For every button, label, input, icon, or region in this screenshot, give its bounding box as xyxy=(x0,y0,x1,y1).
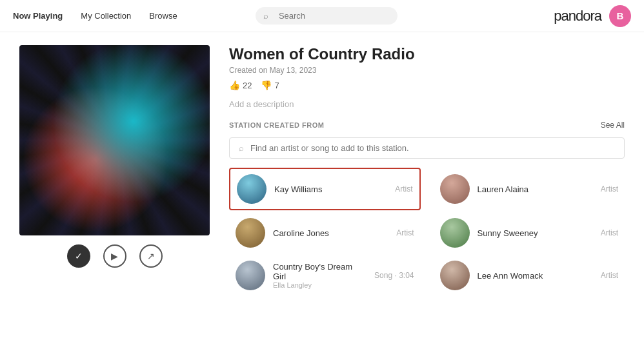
album-art-image xyxy=(19,45,210,235)
thumbs-up-icon: 👍 xyxy=(229,80,240,90)
artist-type-caroline: Artist xyxy=(396,228,414,237)
artist-avatar-leeann xyxy=(440,261,470,290)
pandora-logo: pandora xyxy=(554,8,601,25)
artist-sub-country: Ella Langley xyxy=(273,281,367,289)
artist-name-leeann: Lee Ann Womack xyxy=(478,271,593,281)
artist-row-kay[interactable]: Kay WilliamsArtist xyxy=(229,168,421,210)
thumbs-up-count: 👍 22 xyxy=(229,80,252,90)
nav-right: pandora B xyxy=(554,5,631,27)
main-content: ✓ ▶ ↗ Women of Country Radio Created on … xyxy=(0,32,644,308)
artist-name-lauren: Lauren Alaina xyxy=(478,184,593,194)
section-header: STATION CREATED FROM See All xyxy=(229,121,625,130)
artist-row-country[interactable]: Country Boy's Dream GirlElla LangleySong… xyxy=(229,255,421,295)
user-avatar[interactable]: B xyxy=(609,5,631,27)
artist-avatar-caroline xyxy=(236,218,265,248)
artist-name-kay: Kay Williams xyxy=(274,184,387,194)
station-search-icon: ⌕ xyxy=(239,143,244,153)
artist-type-sunny: Artist xyxy=(601,228,618,237)
artist-type-country: Song · 3:04 xyxy=(374,271,414,280)
artist-row-caroline[interactable]: Caroline JonesArtist xyxy=(229,213,421,253)
artist-name-sunny: Sunny Sweeney xyxy=(478,228,593,238)
artist-type-kay: Artist xyxy=(395,184,412,194)
artist-row-lauren[interactable]: Lauren AlainaArtist xyxy=(434,168,625,210)
artist-row-sunny[interactable]: Sunny SweeneyArtist xyxy=(434,213,625,253)
playback-controls: ✓ ▶ ↗ xyxy=(19,244,210,268)
artists-grid: Kay WilliamsArtistLauren AlainaArtistCar… xyxy=(229,168,625,295)
artist-type-lauren: Artist xyxy=(601,184,618,194)
thumbs-up-number: 22 xyxy=(243,81,252,90)
thumbs-row: 👍 22 👎 7 xyxy=(229,80,625,90)
station-created-date: Created on May 13, 2023 xyxy=(229,66,625,75)
nav-search-icon: ⌕ xyxy=(263,11,268,21)
artist-info-country: Country Boy's Dream GirlElla Langley xyxy=(273,262,367,289)
thumbs-up-button[interactable]: ✓ xyxy=(67,244,90,268)
thumbs-down-count: 👎 7 xyxy=(261,80,279,90)
artist-type-leeann: Artist xyxy=(601,271,618,280)
share-button[interactable]: ↗ xyxy=(139,244,163,268)
nav-now-playing[interactable]: Now Playing xyxy=(13,11,63,21)
thumbs-down-number: 7 xyxy=(274,81,279,90)
navigation: Now Playing My Collection Browse ⌕ pando… xyxy=(0,0,644,32)
nav-browse[interactable]: Browse xyxy=(149,11,177,21)
add-description[interactable]: Add a description xyxy=(229,99,625,109)
artist-row-leeann[interactable]: Lee Ann WomackArtist xyxy=(434,255,625,295)
section-label: STATION CREATED FROM xyxy=(229,121,325,129)
nav-my-collection[interactable]: My Collection xyxy=(81,11,131,21)
see-all-button[interactable]: See All xyxy=(601,121,625,130)
artist-info-kay: Kay Williams xyxy=(274,184,387,194)
station-search-container: ⌕ xyxy=(229,137,625,159)
artist-info-caroline: Caroline Jones xyxy=(273,228,388,238)
nav-search-input[interactable] xyxy=(256,7,397,25)
artist-avatar-country xyxy=(236,261,265,290)
thumbs-down-icon: 👎 xyxy=(261,80,272,90)
artist-info-lauren: Lauren Alaina xyxy=(478,184,593,194)
artist-avatar-lauren xyxy=(440,174,470,204)
artist-avatar-kay xyxy=(237,174,267,204)
nav-search-container: ⌕ xyxy=(256,7,397,25)
station-title: Women of Country Radio xyxy=(229,45,625,63)
play-button[interactable]: ▶ xyxy=(103,244,126,268)
artist-name-caroline: Caroline Jones xyxy=(273,228,388,238)
station-search-input[interactable] xyxy=(250,143,615,153)
nav-links: Now Playing My Collection Browse xyxy=(13,11,177,21)
album-art xyxy=(19,45,210,235)
artist-info-leeann: Lee Ann Womack xyxy=(478,271,593,281)
artist-info-sunny: Sunny Sweeney xyxy=(478,228,593,238)
left-panel: ✓ ▶ ↗ xyxy=(19,45,210,295)
right-panel: Women of Country Radio Created on May 13… xyxy=(229,45,625,295)
artist-name-country: Country Boy's Dream Girl xyxy=(273,262,367,281)
artist-avatar-sunny xyxy=(440,218,470,248)
